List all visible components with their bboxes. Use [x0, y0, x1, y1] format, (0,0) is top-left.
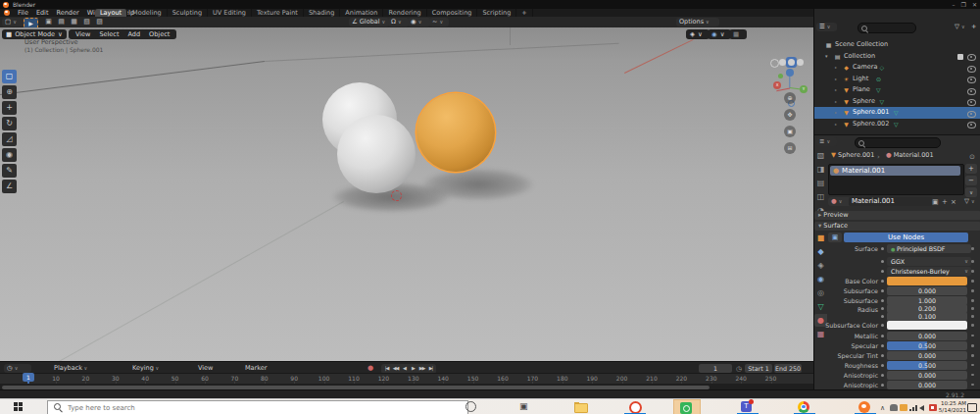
decorator-dot[interactable]	[971, 324, 974, 327]
animate-dot[interactable]	[881, 270, 884, 273]
overlays-dropdown[interactable]: ◉∨	[708, 29, 731, 39]
animate-dot[interactable]	[881, 289, 884, 292]
property-field-specular-tint[interactable]: 0.000	[887, 351, 967, 360]
jump-to-prev-keyframe-button[interactable]: ◀◀	[391, 364, 400, 373]
animate-dot[interactable]	[881, 299, 884, 302]
zoom-button[interactable]: ⊕	[784, 92, 796, 104]
animate-dot[interactable]	[881, 280, 884, 283]
timeline-menu-marker[interactable]: Marker	[245, 364, 267, 373]
workspace-tab-sculpting[interactable]: Sculpting	[168, 9, 208, 17]
material-name-field[interactable]: Material.001	[849, 197, 932, 206]
decorator-dot[interactable]	[971, 307, 974, 310]
property-field-roughness[interactable]: 0.500	[887, 361, 967, 370]
timeline-menu-keying[interactable]: Keying ∨	[132, 364, 159, 373]
workspace-tab-modeling[interactable]: Modeling	[127, 9, 168, 17]
shading-solid-button[interactable]	[779, 59, 786, 66]
menu-render[interactable]: Render	[52, 9, 82, 17]
tray-network-icon[interactable]	[909, 404, 917, 411]
properties-search-input[interactable]	[855, 137, 941, 148]
tool-cursor[interactable]: ⊕	[2, 85, 17, 99]
expand-dot-icon[interactable]: ▸	[835, 107, 837, 119]
taskbar-clock[interactable]: 10:25 AM 5/14/2021	[939, 400, 966, 414]
property-field-anisotropic-rotation[interactable]: 0.000	[887, 381, 967, 389]
start-button[interactable]	[14, 402, 23, 411]
gizmos-dropdown[interactable]: ◈∨	[686, 29, 710, 39]
auto-keying-toggle[interactable]: ●	[366, 364, 375, 373]
taskbar-app-teams[interactable]: T	[735, 399, 760, 414]
collection-checkbox[interactable]	[957, 54, 963, 60]
property-field-christensen-burley[interactable]: Christensen-Burley∨	[887, 267, 971, 276]
decorator-dot[interactable]	[971, 247, 974, 250]
tool-settings-icon-1[interactable]: ▣	[43, 18, 54, 26]
tool-transform[interactable]: ◉	[2, 148, 17, 162]
pan-button[interactable]: ✥	[784, 109, 796, 121]
expand-dot-icon[interactable]: ▸	[835, 96, 837, 108]
shading-rendered-button[interactable]	[797, 59, 804, 66]
camera-view-button[interactable]: ▣	[784, 126, 796, 137]
xray-toggle[interactable]: ▦	[729, 29, 747, 39]
cursor-3d[interactable]	[391, 190, 402, 201]
animate-dot[interactable]	[881, 324, 884, 327]
tool-box-select[interactable]: ▢	[2, 70, 17, 83]
decorator-dot[interactable]	[971, 344, 974, 347]
property-field-subsurface-color[interactable]	[887, 321, 967, 330]
render-properties-tab[interactable]: ◨	[814, 163, 827, 176]
options-dropdown[interactable]: Options∨	[676, 18, 719, 26]
gizmo-y-dot[interactable]: Y	[800, 85, 808, 93]
expand-arrow-icon[interactable]: ▾	[825, 51, 828, 63]
timeline-scrollbar[interactable]	[2, 386, 710, 389]
timeline-menu-view[interactable]: View	[198, 364, 213, 373]
material-slot-specials-button[interactable]: ∨	[965, 187, 977, 197]
breadcrumb-material[interactable]: ● Material.001	[883, 151, 948, 160]
taskbar-app-app-red[interactable]	[622, 399, 648, 414]
fake-user-button[interactable]: ▣	[932, 198, 939, 206]
close-button[interactable]: ✕	[972, 0, 977, 9]
decorator-dot[interactable]	[971, 289, 974, 292]
jump-to-end-button[interactable]: ▶|	[426, 364, 435, 373]
taskbar-app-blender[interactable]	[853, 399, 878, 414]
outliner-row-light[interactable]: ▸☀Light⊙	[814, 74, 980, 85]
animate-dot[interactable]	[881, 344, 884, 347]
tool-settings-icon-5[interactable]: ▨	[94, 18, 105, 26]
taskbar-app-chrome[interactable]	[792, 399, 817, 414]
use-preview-range-icon[interactable]: ◷	[736, 365, 742, 373]
viewport-3d[interactable]: User Perspective (1) Collection | Sphere…	[0, 27, 813, 361]
property-field-ggx[interactable]: GGX∨	[887, 257, 971, 266]
tool-measure[interactable]: ∠	[2, 180, 17, 193]
outliner-row-scene collection[interactable]: ▦Scene Collection	[814, 39, 980, 51]
workspace-tab-scripting[interactable]: Scripting	[477, 9, 516, 17]
decorator-dot[interactable]	[971, 299, 974, 302]
play-reverse-button[interactable]: ◀	[400, 364, 409, 373]
timeline-menu-playback[interactable]: Playback ∨	[54, 364, 87, 373]
show-hidden-icons-chevron[interactable]: ∧	[880, 404, 885, 412]
viewport-menu-select[interactable]: Select	[96, 29, 122, 39]
property-field-metallic[interactable]: 0.000	[887, 332, 967, 340]
outliner-row-camera[interactable]: ▸◆Camera◇	[814, 62, 980, 74]
material-filter-dropdown[interactable]: ▽∨	[961, 197, 980, 206]
particles-properties-tab[interactable]: ◈	[814, 259, 827, 272]
tool-rotate[interactable]: ↻	[2, 117, 17, 130]
tray-volume-icon[interactable]	[919, 404, 927, 411]
property-field-subsurface[interactable]: 0.000	[887, 286, 967, 295]
tray-color-app-icon[interactable]	[900, 404, 907, 411]
outliner-row-sphere-001[interactable]: ▸▼Sphere.001▽	[814, 107, 980, 119]
animate-dot[interactable]	[881, 260, 884, 263]
add-material-slot-button[interactable]: +	[965, 164, 977, 174]
decorator-dot[interactable]	[971, 270, 974, 273]
hide-eye-icon[interactable]	[967, 122, 976, 129]
gizmo-z-dot[interactable]	[786, 69, 794, 77]
tool-selector-dropdown[interactable]: ▢∨	[2, 18, 25, 26]
snap-toggle[interactable]: Ω∨	[388, 18, 410, 26]
shading-wireframe-button[interactable]	[770, 59, 779, 68]
decorator-dot[interactable]	[971, 335, 974, 337]
taskbar-search-input[interactable]	[47, 400, 468, 414]
animate-dot[interactable]	[881, 374, 884, 377]
menu-edit[interactable]: Edit	[32, 9, 53, 17]
remove-material-slot-button[interactable]: −	[965, 176, 977, 185]
viewport-menu-object[interactable]: Object	[146, 29, 172, 39]
hide-eye-icon[interactable]	[967, 111, 976, 118]
outliner-row-plane[interactable]: ▸▼Plane▽	[814, 84, 980, 96]
workspace-tab-layout[interactable]: Layout	[95, 9, 127, 17]
animate-dot[interactable]	[881, 384, 884, 387]
jump-to-start-button[interactable]: |◀	[382, 364, 391, 373]
